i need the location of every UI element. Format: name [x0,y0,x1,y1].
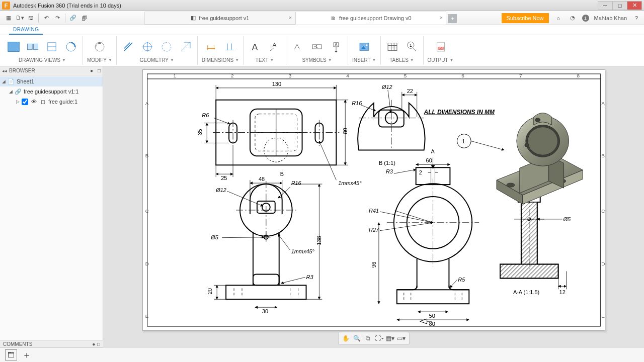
add-sheet-icon[interactable]: ＋ [22,349,31,361]
svg-text:2: 2 [231,73,234,78]
balloon-1[interactable]: 1 [457,134,504,150]
centermark-icon[interactable] [140,38,155,55]
svg-line-66 [471,141,504,150]
side-view[interactable]: A 60 2 R3 R41 [369,148,479,327]
feature-frame-icon[interactable]: ⌖1 [309,38,325,55]
tree-sheet[interactable]: ◢ 📄 Sheet1 [0,76,103,86]
sheet-icon[interactable]: 🗐 [78,13,90,24]
maximize-button[interactable]: □ [612,1,627,10]
detail-view-icon[interactable] [63,38,78,55]
svg-text:R3: R3 [385,168,392,174]
visibility-checkbox[interactable] [22,99,28,105]
display-icon[interactable]: ▭▾ [397,334,406,343]
link-icon[interactable]: 🔗 [67,13,78,24]
panel-close-icon[interactable]: □ [98,68,101,73]
doc-tab-design[interactable]: ◧ free guidesupport v1 × [144,12,295,25]
user-name[interactable]: Mahtab Khan [594,15,627,21]
tree-body[interactable]: ▷ 👁 ◻ free guide:1 [0,97,103,107]
projected-view-icon[interactable] [25,38,40,55]
undo-icon[interactable]: ↶ [41,13,52,24]
table-icon[interactable] [385,38,400,55]
section-a-a[interactable]: Ø5 A-A (1:1.5) 12 [500,184,571,295]
fit-icon[interactable]: ⛶▾ [375,334,384,343]
collapse-icon[interactable]: ◢ [9,89,13,94]
redo-icon[interactable]: ↷ [52,13,63,24]
leader-text-icon[interactable]: A [267,38,282,55]
svg-text:A: A [145,101,148,106]
centermark-pattern-icon[interactable] [159,38,174,55]
collapse-icon[interactable]: ◢ [2,79,6,84]
zoom-icon[interactable]: 🔍 [353,334,362,343]
tab-close-icon[interactable]: × [289,15,292,21]
doc-tab-drawing[interactable]: 🗎 free guidesupport Drawing v0 × ＋ [295,12,446,25]
sheet-thumb[interactable]: 🗔 [5,349,17,360]
svg-rect-166 [396,290,468,304]
ordinate-dim-icon[interactable] [222,38,237,55]
svg-text:B (1:1): B (1:1) [378,160,395,166]
svg-text:5: 5 [404,73,407,78]
tab-add-icon[interactable]: ＋ [448,14,457,23]
workspace-tab-drawing[interactable]: DRAWING [9,25,43,35]
ribbon: DRAWING VIEWS▼ MODIFY▼ GEOMETRY▼ DIMENSI… [0,35,644,66]
move-icon[interactable] [92,38,107,55]
insert-image-icon[interactable] [357,38,372,55]
centerline-icon[interactable] [121,38,136,55]
app-grid-icon[interactable]: ▦ [3,13,14,24]
pan-icon[interactable]: ✋ [342,334,351,343]
browser-header[interactable]: ◂◂ BROWSER ● □ [0,66,103,75]
text-icon[interactable]: A [248,38,263,55]
subscribe-button[interactable]: Subscribe Now [502,13,549,23]
svg-text:Ø5: Ø5 [562,216,571,222]
detail-b[interactable]: R16 Ø12 22 B (1:1) [352,84,425,166]
edge-extension-icon[interactable] [178,38,193,55]
new-icon[interactable]: 🗋▾ [14,13,25,24]
help-icon[interactable]: ? [632,14,641,23]
svg-text:B: B [280,171,283,177]
tree-model[interactable]: ◢ 🔗 free guidesupport v1:1 [0,86,103,97]
tab-close-icon[interactable]: × [440,15,443,21]
drawing-sheet[interactable]: 1 2 3 4 5 6 7 8 AA BB CC DD EE ALL DIMEN… [142,69,605,331]
top-view[interactable]: 130 80 25 35 R6 1mmx45° B [197,81,362,186]
output-pdf-icon[interactable]: PDF [433,38,448,55]
svg-text:B: B [601,153,605,158]
disclosure-icon[interactable]: ◂◂ [2,68,7,73]
dimension-icon[interactable] [203,38,218,55]
svg-text:R5: R5 [458,277,465,283]
job-status-icon[interactable]: ◔ [568,14,577,23]
surface-texture-icon[interactable] [290,38,305,55]
drawing-canvas[interactable]: 1 2 3 4 5 6 7 8 AA BB CC DD EE ALL DIMEN… [103,66,644,348]
balloon-icon[interactable]: 1 [404,38,419,55]
svg-text:R6: R6 [202,112,209,118]
iso-view[interactable] [497,113,583,204]
svg-line-128 [278,234,290,250]
minimize-button[interactable]: ─ [598,1,613,10]
panel-settings-icon[interactable]: ● [90,68,94,73]
group-label-symbols: SYMBOLS [302,57,326,63]
view-toolbar: ✋ 🔍 ⧉ ⛶▾ ▦▾ ▭▾ [338,332,410,345]
section-view-icon[interactable] [44,38,59,55]
extensions-icon[interactable]: ⌂ [554,14,563,23]
app-logo: F [2,2,10,10]
notification-badge[interactable]: 1 [582,15,589,22]
eye-icon[interactable]: 👁 [30,98,37,105]
expand-icon[interactable]: ▷ [16,99,20,104]
svg-text:1mmx45°: 1mmx45° [338,180,362,186]
svg-text:96: 96 [370,261,376,267]
comments-header[interactable]: COMMENTS ● □ [0,340,103,348]
save-icon[interactable]: 🖫 [25,13,36,24]
svg-text:80: 80 [342,128,348,134]
base-view-icon[interactable] [6,38,21,55]
svg-point-32 [366,44,367,46]
svg-point-13 [162,42,171,51]
main-area: ◂◂ BROWSER ● □ ◢ 📄 Sheet1 ◢ 🔗 free guide… [0,66,644,348]
panel-close-icon[interactable]: □ [96,341,100,347]
svg-text:R16: R16 [291,180,301,186]
grid-icon[interactable]: ▦▾ [386,334,395,343]
group-label-views: DRAWING VIEWS▼ [19,57,66,63]
close-button[interactable]: ✕ [627,1,642,10]
datum-icon[interactable]: A [329,38,344,55]
front-view[interactable]: Ø12 48 R16 Ø5 1mmx45° 138 20 30 R3 [207,176,322,314]
zoom-window-icon[interactable]: ⧉ [364,334,373,343]
tab-label: free guidesupport Drawing v0 [339,15,412,21]
panel-settings-icon[interactable]: ● [92,341,96,347]
